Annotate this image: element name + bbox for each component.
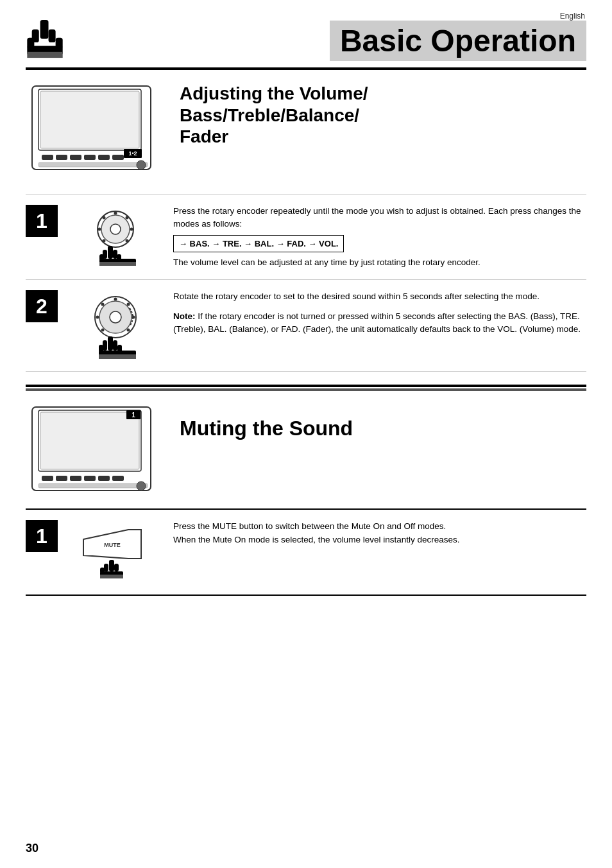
svg-point-23 <box>114 212 117 215</box>
svg-rect-11 <box>56 155 67 160</box>
mute-step1-number: 1 <box>26 520 58 552</box>
mute-button-icon: MUTE <box>71 520 160 584</box>
svg-rect-64 <box>112 476 124 481</box>
svg-rect-9 <box>40 91 139 148</box>
muting-device-col: 1 <box>26 404 173 502</box>
step1-text: Press the rotary encoder repeatedly unti… <box>173 205 586 269</box>
svg-rect-53 <box>99 354 136 359</box>
svg-rect-36 <box>99 262 136 266</box>
svg-rect-60 <box>56 476 67 481</box>
section-title-muting: Muting the Sound <box>180 417 586 440</box>
svg-text:MUTE: MUTE <box>104 542 121 548</box>
step1-row: 1 <box>26 195 586 280</box>
hand-icon <box>26 19 77 64</box>
svg-point-24 <box>126 216 129 220</box>
svg-point-46 <box>101 303 105 306</box>
svg-rect-13 <box>84 155 96 160</box>
svg-rect-30 <box>108 246 113 259</box>
svg-rect-10 <box>42 155 53 160</box>
muting-title-col: Muting the Sound <box>173 404 586 447</box>
svg-point-22 <box>110 224 121 234</box>
svg-point-43 <box>127 329 130 332</box>
svg-rect-73 <box>100 575 123 578</box>
step2-encoder-icon <box>71 290 160 361</box>
page-number: 30 <box>26 842 38 855</box>
svg-text:1: 1 <box>132 412 135 419</box>
modes-sequence: → BAS. → TRE. → BAL. → FAD. → VOL. <box>173 235 344 253</box>
svg-rect-62 <box>84 476 96 481</box>
volume-intro-row: 1•2 Adjusting the Volume/Bass/Treble/Bal… <box>26 70 586 195</box>
svg-point-44 <box>101 329 105 332</box>
svg-point-40 <box>114 298 117 301</box>
section-divider <box>26 385 586 387</box>
svg-rect-49 <box>113 340 117 351</box>
mute-step1-row: 1 MUTE Press the MUTE button to switch b… <box>26 510 586 596</box>
svg-point-19 <box>137 161 146 169</box>
svg-rect-59 <box>42 476 53 481</box>
step2-note: Note: If the rotary encoder is not turne… <box>173 310 586 336</box>
svg-point-25 <box>130 228 133 231</box>
svg-rect-32 <box>113 250 117 259</box>
volume-section: 1•2 Adjusting the Volume/Bass/Treble/Bal… <box>26 70 586 372</box>
step2-number: 2 <box>26 290 58 322</box>
mute-step1-text: Press the MUTE button to switch between … <box>173 520 586 546</box>
language-label: English <box>330 12 585 21</box>
section-title-volume: Adjusting the Volume/Bass/Treble/Balance… <box>180 83 586 148</box>
title-block: English Basic Operation <box>330 12 586 64</box>
svg-rect-61 <box>70 476 81 481</box>
svg-rect-2 <box>49 30 56 42</box>
svg-point-45 <box>96 316 99 319</box>
svg-rect-70 <box>114 564 119 571</box>
svg-rect-0 <box>40 20 49 39</box>
svg-rect-65 <box>38 483 148 488</box>
step1-encoder-icon <box>71 205 160 269</box>
svg-point-41 <box>127 303 130 306</box>
svg-rect-56 <box>40 412 139 469</box>
muting-section: 1 Muting the Sound 1 <box>26 391 586 596</box>
muting-intro-row: 1 Muting the Sound <box>26 391 586 508</box>
svg-point-39 <box>110 311 121 323</box>
svg-rect-12 <box>70 155 81 160</box>
svg-rect-68 <box>109 560 114 571</box>
page-header: English Basic Operation <box>0 0 612 64</box>
svg-rect-69 <box>104 564 108 571</box>
svg-rect-47 <box>108 336 113 351</box>
svg-rect-63 <box>98 476 110 481</box>
step2-text: Rotate the rotary encoder to set to the … <box>173 290 586 336</box>
page-title: Basic Operation <box>330 21 586 61</box>
svg-point-26 <box>126 239 129 243</box>
svg-point-28 <box>98 228 101 231</box>
svg-rect-15 <box>112 155 124 160</box>
device-image: 1•2 <box>29 83 157 181</box>
volume-title-col: Adjusting the Volume/Bass/Treble/Balance… <box>173 83 586 154</box>
step1-number: 1 <box>26 205 58 237</box>
step2-row: 2 <box>26 280 586 372</box>
svg-rect-18 <box>38 162 148 167</box>
svg-rect-14 <box>98 155 110 160</box>
svg-text:1•2: 1•2 <box>128 150 137 157</box>
svg-point-29 <box>103 216 106 220</box>
svg-rect-48 <box>103 340 107 351</box>
svg-point-66 <box>137 482 146 490</box>
device-illustration-col: 1•2 <box>26 83 173 181</box>
muting-device-image: 1 <box>29 404 157 502</box>
svg-point-27 <box>103 239 106 243</box>
svg-rect-6 <box>27 52 62 58</box>
